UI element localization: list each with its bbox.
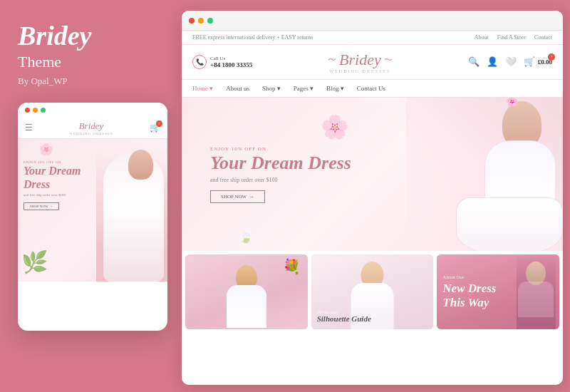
- about-label: About Our: [442, 274, 496, 279]
- mobile-bride-figure: [96, 146, 167, 282]
- hero-subtitle: and free ship order over $100: [210, 177, 351, 183]
- hamburger-icon[interactable]: ☰: [25, 123, 33, 133]
- browser-window: FREE express international delivery + EA…: [182, 11, 563, 385]
- mobile-logo: Bridey: [69, 120, 113, 132]
- hero-flower-3: 🍃: [239, 230, 253, 244]
- thumb3-text: About Our New DressThis Way: [442, 274, 496, 310]
- bride-body-hero: [484, 140, 556, 205]
- wishlist-icon[interactable]: 🤍: [505, 56, 517, 68]
- by-label: By Opal_WP: [18, 76, 68, 87]
- thumbnails-row: 💐 Try on today Silhouette Guide: [182, 251, 563, 333]
- info-bar: FREE express international delivery + EA…: [182, 31, 563, 45]
- logo-wing-right: 〜: [384, 54, 393, 66]
- browser-dot-red: [189, 18, 195, 24]
- site-logo: 〜 Bridey 〜 WEDDING DRESSES: [328, 51, 393, 73]
- mobile-cart-icon[interactable]: 🛒 2: [150, 123, 160, 133]
- flower-left-mobile: 🌿: [21, 249, 48, 274]
- hero-flower-1: 🌸: [321, 113, 349, 140]
- dot-green: [41, 108, 46, 113]
- mobile-shop-button[interactable]: SHOP NOW →: [24, 202, 59, 210]
- call-label: Call Us: [210, 56, 252, 61]
- hero-enjoy-label: ENJOY 10% OFF ON: [210, 145, 351, 151]
- mobile-hero-text: ENJOY 10% OFF ON Your DreamDress and fre…: [24, 160, 81, 210]
- thumbnail-3[interactable]: About Our New DressThis Way: [437, 254, 559, 329]
- mobile-mockup: ☰ Bridey WEDDING DRESSES 🛒 2 ENJOY 10% O…: [18, 103, 167, 331]
- bride-hair-flower: 🌸: [506, 98, 518, 108]
- bride-head-mobile: [128, 150, 153, 180]
- cart-area[interactable]: 🛒 2 £0.00: [524, 56, 552, 68]
- hero-section: 🌸 🌿 🍃 ENJOY 10% OFF ON Your Dream Dress …: [182, 98, 563, 251]
- mobile-cart-badge: 2: [156, 120, 162, 127]
- site-navigation: Home ▾ About us Shop ▾ Pages ▾ Blog ▾ Co…: [182, 80, 563, 98]
- site-header: 📞 Call Us +84 1800 33355 〜 Bridey 〜 WEDD…: [182, 45, 563, 80]
- thumbnail-2[interactable]: Try on today Silhouette Guide: [311, 254, 434, 329]
- brand-name: Bridey: [18, 21, 91, 51]
- promo-text: FREE express international delivery + EA…: [192, 34, 314, 41]
- logo-text: Bridey: [339, 51, 381, 69]
- hero-text-block: ENJOY 10% OFF ON Your Dream Dress and fr…: [210, 145, 351, 202]
- mobile-free-ship: and free ship order over $100: [24, 193, 81, 197]
- thumbnail-1[interactable]: 💐: [185, 254, 308, 329]
- nav-blog[interactable]: Blog ▾: [326, 85, 344, 92]
- nav-shop[interactable]: Shop ▾: [262, 85, 281, 92]
- mobile-logo-sub: WEDDING DRESSES: [69, 132, 113, 135]
- bride-dress-hero: [456, 197, 563, 251]
- dot-red: [25, 108, 30, 113]
- shop-now-button[interactable]: SHOP NOW →: [210, 190, 265, 203]
- about-link[interactable]: About: [475, 34, 489, 41]
- person-fig-1: [225, 265, 268, 329]
- search-icon[interactable]: 🔍: [468, 56, 480, 68]
- cart-badge: 2: [548, 53, 555, 61]
- dot-yellow: [33, 108, 38, 113]
- person-body-1: [227, 285, 266, 328]
- phone-number: +84 1800 33355: [210, 61, 252, 68]
- mobile-dots: [18, 103, 167, 118]
- shop-now-arrow: →: [249, 194, 254, 200]
- person-fig-3: [517, 254, 556, 329]
- thumb2-label-top: Try on today: [317, 310, 371, 314]
- browser-dot-yellow: [198, 18, 204, 24]
- nav-about[interactable]: About us: [226, 85, 249, 92]
- hero-title: Your Dream Dress: [210, 151, 351, 173]
- thumb2-label: Try on today Silhouette Guide: [317, 310, 371, 324]
- contact-link[interactable]: Contact: [534, 34, 552, 41]
- theme-label: Theme: [18, 53, 61, 71]
- new-dress-label: New DressThis Way: [442, 281, 496, 310]
- shop-now-label: SHOP NOW: [221, 194, 247, 200]
- browser-dot-green: [207, 18, 213, 24]
- logo-wing-left: 〜: [328, 54, 336, 66]
- logo-sub-text: WEDDING DRESSES: [328, 69, 393, 73]
- mobile-dream-title: Your DreamDress: [24, 164, 81, 191]
- nav-contact[interactable]: Contact Us: [357, 85, 385, 92]
- hero-bride: 🌸: [406, 98, 563, 251]
- browser-bar: [182, 11, 563, 31]
- cart-icon: 🛒: [524, 56, 535, 68]
- mobile-header: ☰ Bridey WEDDING DRESSES 🛒 2: [18, 118, 167, 139]
- nav-pages[interactable]: Pages ▾: [294, 85, 314, 92]
- phone-icon: 📞: [192, 55, 207, 69]
- thumb1-flower: 💐: [283, 258, 301, 275]
- mobile-hero: ENJOY 10% OFF ON Your DreamDress and fre…: [18, 139, 167, 282]
- user-icon[interactable]: 👤: [487, 56, 498, 68]
- header-icons: 🔍 👤 🤍 🛒 2 £0.00: [468, 56, 552, 68]
- left-panel: Bridey Theme By Opal_WP ☰ Bridey WEDDING…: [0, 0, 175, 392]
- person-body-3: [518, 282, 554, 317]
- info-links: About Find A Store Contact: [475, 34, 552, 41]
- thumb2-label-main: Silhouette Guide: [317, 314, 371, 324]
- phone-area: 📞 Call Us +84 1800 33355: [192, 55, 252, 69]
- nav-home[interactable]: Home ▾: [192, 85, 213, 92]
- find-store-link[interactable]: Find A Store: [497, 34, 526, 41]
- deco-flower-mobile: 🌸: [39, 143, 53, 156]
